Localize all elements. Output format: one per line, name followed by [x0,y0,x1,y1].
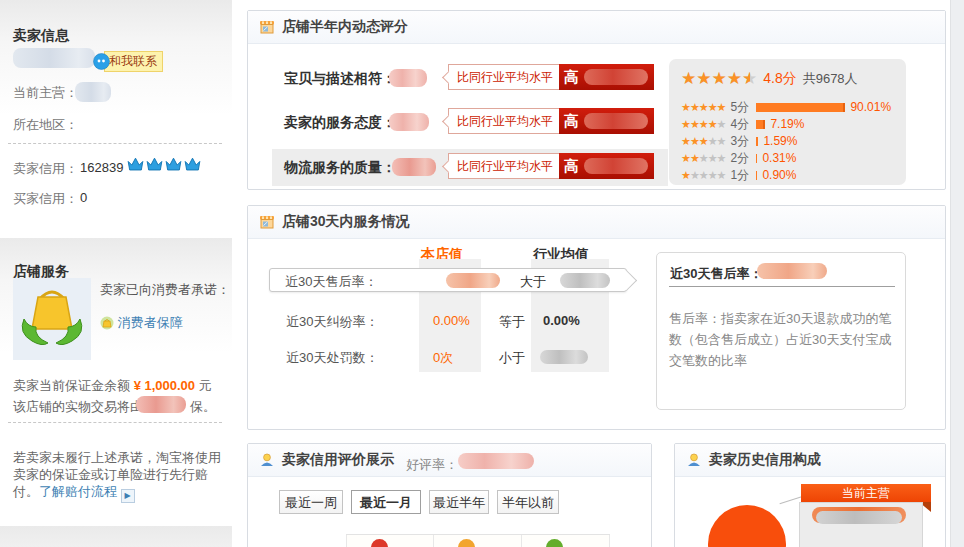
main-content: 店铺半年内动态评分 宝贝与描述相符： 比同行业平均水平 高 卖家的服务态度： 比… [247,0,946,547]
industry-compare-bubble: 比同行业平均水平 高 [448,64,654,90]
info-description: 售后率：指卖家在近30天退款成功的笔数（包含售后成立）占近30天支付宝成交笔数的… [669,308,897,371]
bubble-pct-blurred [584,113,648,129]
rating-bar-track [756,137,758,146]
rating-bar [756,120,765,129]
consumer-protection-illustration [13,278,91,360]
comparator: 小于 [499,349,525,367]
consumer-protection-link[interactable]: 消费者保障 [118,315,183,330]
callout-value-blurred [816,511,902,524]
bubble-high-label: 高 [564,112,579,131]
rating-distribution-row: ★★★★★ 2分 0.31% [681,150,796,166]
industry-compare-bubble: 比同行业平均水平 高 [448,108,654,134]
rating-bar-track [756,154,757,163]
neutral-review-cell [434,535,522,547]
service-30d-header: 店铺30天内服务情况 [248,206,945,239]
credit-history-header: 卖家历史信用构成 [675,444,945,477]
dsr-score-blurred [392,158,436,176]
play-icon[interactable] [121,489,135,503]
contact-me-link[interactable]: 和我联系 [104,51,163,72]
hands-bag-icon [20,285,84,353]
tab-last-half-year[interactable]: 最近半年 [429,490,489,514]
tab-before-half-year[interactable]: 半年以前 [497,490,559,514]
crown-rating-icons [127,157,201,172]
rating-distribution-row: ★★★★★ 5分 90.01% [681,99,891,115]
bubble-text: 比同行业平均水平 [448,153,559,179]
consumer-protection-icon [100,316,114,330]
comparator: 等于 [499,313,525,331]
star-icons: ★★★★★ [681,101,725,113]
service-30d-title: 店铺30天内服务情况 [282,213,410,231]
neutral-review-icon [458,539,475,547]
dsr-row-service: 卖家的服务态度： 比同行业平均水平 高 [248,107,668,137]
bad-review-icon [546,539,563,547]
bubble-high-block: 高 [559,108,654,134]
learn-claim-process-link[interactable]: 了解赔付流程 [39,484,117,499]
person-icon [259,452,275,468]
info-title: 近30天售后率： [670,265,762,283]
shop-service-section: 店铺服务 卖家已向消费者承诺： 消费者保障 卖家当前保证金余额 ¥ 1,000.… [0,238,232,526]
person-icon [686,452,702,468]
row-label: 近30天处罚数： [286,349,378,367]
current-main-label: 当前主营： [13,84,78,102]
rating-distribution-row: ★★★★★ 4分 7.19% [681,116,804,132]
after-sale-rate-row[interactable]: 近30天售后率： 大于 [269,268,627,292]
seller-name-blurred [13,48,95,68]
page: 卖家信息 和我联系 当前主营： 所在地区： 卖家信用： 162839 买家信用：… [0,0,964,547]
guarantor-blurred [136,396,186,413]
dsr-panel-title: 店铺半年内动态评分 [282,18,408,36]
deposit-prefix: 卖家当前保证金余额 [13,378,130,393]
divider [669,286,895,287]
credit-history-title: 卖家历史信用构成 [709,451,821,469]
rating-bar-track [756,103,845,112]
rating-distribution-row: ★★★★★ 3分 1.59% [681,133,797,149]
good-review-cell [346,535,434,547]
bubble-text: 比同行业平均水平 [448,108,559,134]
buyer-credit-value: 0 [80,190,87,205]
comparator: 大于 [520,273,546,291]
dsr-panel-header: 店铺半年内动态评分 [248,11,945,44]
tab-last-month[interactable]: 最近一月 [351,490,421,514]
rating-percent: 7.19% [770,117,804,131]
dsr-score-blurred [389,113,429,131]
rating-percent: 90.01% [850,100,891,114]
rating-distribution-row: ★★★★★ 1分 0.90% [681,167,796,183]
rating-summary-box: ★★★★★★★★★★ 4.8分 共9678人 ★★★★★ 5分 90.01% ★… [669,59,906,185]
promise-text: 卖家已向消费者承诺： [100,281,230,299]
wangwang-icon [93,53,110,76]
current-main-blurred [75,82,111,102]
seller-credit-value: 162839 [80,160,123,175]
star-icons: ★★★★★ [681,118,725,130]
bubble-high-block: 高 [559,153,654,179]
shop-icon [259,214,275,230]
history-pie-chart [708,505,786,547]
deposit-line2-prefix: 该店铺的实物交易将由 [13,398,143,416]
shop-icon [259,19,275,35]
crown-icon [184,157,201,172]
rating-bar [756,154,757,163]
dsr-row-label: 物流服务的质量： [284,159,396,177]
seller-credit-label: 卖家信用： [13,160,78,178]
review-table [346,534,610,547]
dsr-row-logistics: 物流服务的质量： 比同行业平均水平 高 [248,152,668,182]
deposit-unit: 元 [199,378,212,393]
rating-percent: 0.90% [762,168,796,182]
overall-score: 4.8分 [763,70,796,88]
dsr-row-label: 宝贝与描述相符： [284,70,396,88]
seller-info-title: 卖家信息 [13,27,69,45]
after-sale-rate-info-box: 近30天售后率： 售后率：指卖家在近30天退款成功的笔数（包含售后成立）占近30… [656,252,906,410]
overall-rating-row: ★★★★★★★★★★ 4.8分 共9678人 [681,69,858,88]
rating-count: 共9678人 [803,70,858,88]
industry-value-blurred [560,273,610,288]
shop-value: 0.00% [433,313,470,328]
current-main-callout: 当前主营 [801,484,931,502]
crown-icon [127,157,144,172]
page-scroll-gutter[interactable] [950,0,964,547]
rating-row-label: 4分 [730,116,754,133]
rating-row-label: 5分 [730,99,754,116]
star-icons: ★★★★★ [681,169,725,181]
rating-row-label: 1分 [730,167,754,184]
tab-last-week[interactable]: 最近一周 [279,490,343,514]
callout-value-box [799,502,923,547]
star-icons: ★★★★★ [681,135,725,147]
deposit-line2-suffix: 保。 [190,398,216,416]
